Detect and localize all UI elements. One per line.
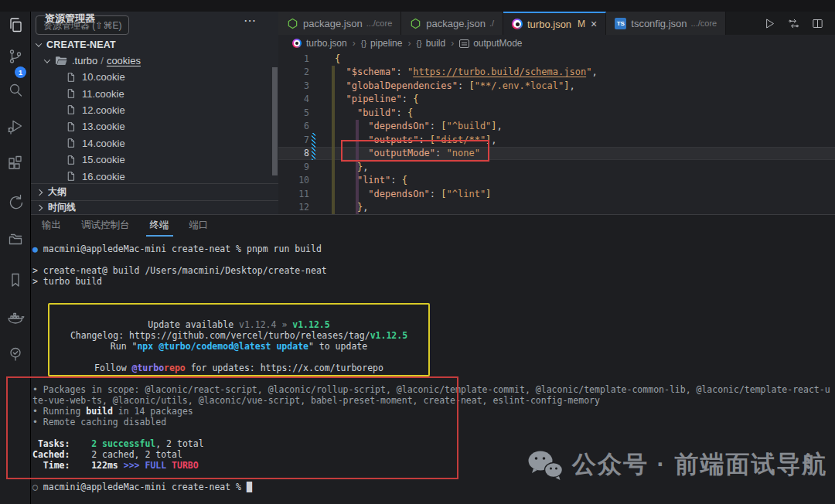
node-package-icon [410,18,421,29]
tree-file-15.cookie[interactable]: 15.cookie [31,152,278,168]
run-file-icon[interactable] [763,17,776,30]
terminal-line-15: • Running build in 14 packages [32,406,835,417]
tab-detail: ./ [489,19,494,28]
project-folders-icon[interactable] [6,230,25,248]
circular-arrow-icon[interactable] [6,193,25,212]
editor-tab-bar: package.json .../core package.json ./ tu… [278,12,835,35]
run-debug-icon[interactable] [6,117,25,135]
tab-detail: .../core [366,19,393,28]
node-package-icon [287,18,298,29]
terminal-line-18: Tasks: 2 successful, 2 total [32,438,835,449]
tab-package-json-root[interactable]: package.json ./ [401,12,503,35]
tab-label: package.json [426,18,486,29]
terminal-line-4 [32,287,835,298]
chevron-down-icon [44,56,50,63]
source-control-icon[interactable] [6,47,25,66]
turbo-icon [292,39,302,48]
modified-lines-gutter-marker [312,133,315,160]
tree-file-13.cookie[interactable]: 13.cookie [31,118,278,135]
sidebar-more-actions-button[interactable]: ⋯ [244,13,257,28]
code-line-7: 7 "outputs": ["dist/**"], [278,133,835,147]
chevron-down-icon [36,40,42,46]
watermark-text: 公众号 · 前端面试导航 [572,448,828,481]
terminal-line-6 [32,308,835,319]
panel-tab-调试控制台[interactable]: 调试控制台 [80,216,131,235]
terminal-line-13: • Packages in scope: @laconic/react-scri… [32,384,835,395]
breadcrumb-pipeline[interactable]: {} pipeline [361,38,403,49]
scm-badge: 1 [15,66,26,78]
terminal-line-3: > turbo build [32,276,835,287]
modified-badge: M [578,19,585,29]
tab-label: tsconfig.json [631,18,687,29]
terminal-line-7: Update available v1.12.4 » v1.12.5 [48,319,430,330]
terminal-line-10 [32,352,835,363]
breadcrumb: turbo.json › {} pipeline › {} build › ou… [278,35,835,52]
code-line-3: 3 "globalDependencies": ["**/.env.*local… [278,79,835,93]
outline-label: 大纲 [48,186,66,199]
activity-bar: 1 [0,12,31,504]
search-icon[interactable] [6,81,25,100]
tree-file-14.cookie[interactable]: 14.cookie [31,135,278,152]
tree-file-12.cookie[interactable]: 12.cookie [31,102,278,118]
code-line-11: 11 "dependsOn": ["^lint"] [278,187,835,201]
breadcrumb-outputmode[interactable]: outputMode [459,38,522,49]
tree-file-10.cookie[interactable]: 10.cookie [31,69,278,85]
timeline-section-header[interactable]: 时间线 [31,200,278,214]
code-line-5: 5 "build": { [278,106,835,120]
terminal-line-9: Run "npx @turbo/codemod@latest update" t… [48,341,430,352]
file-tree-list: 10.cookie11.cookie12.cookie13.cookie14.c… [31,69,278,185]
breadcrumb-separator: › [407,38,411,49]
close-icon[interactable]: × [591,18,597,30]
panel-tab-终端[interactable]: 终端 [149,216,170,235]
sidebar-scrollbar[interactable] [272,67,278,175]
terminal-line-8: Changelog: https://github.com/vercel/tur… [48,330,430,341]
code-lines: 1{2 "$schema": "https://turbo.build/sche… [278,52,835,214]
terminal-line-1 [32,254,835,265]
tab-turbo-json[interactable]: turbo.json M × [503,12,606,35]
title-bar [0,0,835,12]
panel-tab-输出[interactable]: 输出 [41,216,62,235]
tab-label: turbo.json [527,19,571,30]
editor-actions [763,12,835,35]
timeline-label: 时间线 [48,201,76,214]
terminal-line-14: te-vue-web-ts, @laconic/utils, @laconic/… [32,395,835,406]
breadcrumb-separator: › [451,38,454,49]
tab-label: package.json [303,18,363,29]
terminal-line-16: • Remote caching disabled [32,417,835,427]
panel-tab-端口[interactable]: 端口 [189,216,210,235]
docker-icon[interactable] [6,308,25,327]
open-changes-icon[interactable] [787,17,800,30]
folder-open-icon [55,56,67,66]
extensions-icon[interactable] [6,154,25,172]
explorer-icon[interactable] [6,15,25,34]
todo-tree-icon[interactable] [6,345,25,363]
tree-file-11.cookie[interactable]: 11.cookie [31,85,278,101]
tab-package-json-core[interactable]: package.json .../core [278,12,401,35]
bookmarks-icon[interactable] [6,271,25,289]
breadcrumb-file[interactable]: turbo.json [306,38,347,49]
code-line-2: 2 "$schema": "https://turbo.build/schema… [278,66,835,80]
turbo-icon [512,19,523,29]
outline-section-header[interactable]: 大纲 [31,183,278,200]
split-editor-icon[interactable] [811,17,824,30]
tree-root-create-neat[interactable]: CREATE-NEAT [31,36,278,53]
sidebar-title: 资源管理器 [45,12,95,26]
vscode-window: 1 资源管理器 (⇧⌘E) 资源管理器 ⋯ C [0,0,835,504]
folder-name-focused: cookies [107,55,141,66]
breadcrumb-build[interactable]: {} build [416,38,445,49]
folder-name: .turbo [72,55,97,66]
code-editor[interactable]: 1{2 "$schema": "https://turbo.build/sche… [278,52,835,214]
terminal-line-17 [32,427,835,438]
chevron-right-icon [36,204,43,210]
tree-file-16.cookie[interactable]: 16.cookie [31,168,278,184]
tab-tsconfig-json[interactable]: TS tsconfig.json .../core [606,12,726,35]
tree-folder-turbo-cookies[interactable]: .turbo / cookies [31,53,278,69]
terminal-line-11: Follow @turborepo for updates: https://x… [48,363,430,373]
terminal-line-2: > create-neat@ build /Users/macmini/Desk… [32,265,835,276]
code-line-1: 1{ [278,52,835,66]
terminal-line-22: ○ macmini@appledeMac-mini create-neat % … [32,482,835,492]
code-line-4: 4 "pipeline": { [278,93,835,107]
explorer-sidebar: 资源管理器 (⇧⌘E) 资源管理器 ⋯ CREATE-NEAT .turbo /… [31,12,278,214]
wechat-icon [526,448,564,481]
code-line-10: 10 "lint": { [278,174,835,188]
